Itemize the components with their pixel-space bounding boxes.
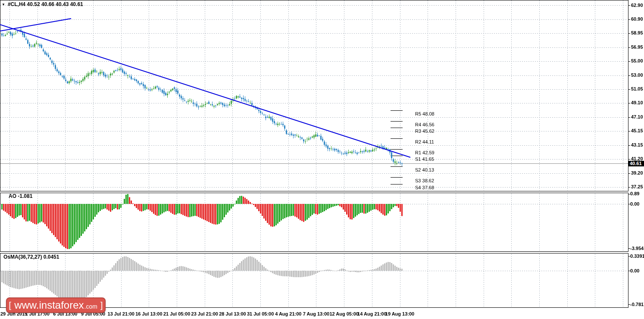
price-axis-label: 47.10 (631, 114, 643, 119)
price-axis-label: 56.95 (631, 44, 643, 50)
time-axis-label: 7 Aug 13:00 (303, 311, 329, 316)
sr-level-label: R3 45.62 (415, 128, 435, 134)
price-axis-label: 49.10 (631, 100, 643, 105)
time-axis-label: 12 Aug 05:00 (329, 311, 358, 316)
logo-bracket-right: ] (100, 300, 103, 310)
ao-axis-label: 0.89 (630, 191, 639, 196)
logo-tld-text: .com (84, 303, 97, 310)
sr-level-label: R2 44.11 (415, 139, 434, 144)
sr-level-label: S3 38.62 (415, 178, 434, 183)
price-axis-label: 60.90 (631, 16, 643, 22)
price-axis-label: 51.05 (631, 86, 643, 91)
price-axis-label: 43.15 (631, 142, 643, 147)
current-price-tag: 40.61 (628, 161, 644, 166)
time-axis-label: 28 Jul 13:00 (219, 311, 246, 316)
time-axis-label: 14 Aug 21:00 (357, 311, 386, 316)
chart-title-symbol: #CL,H4 (8, 1, 25, 7)
osma-axis-label: 0.3391 (630, 253, 644, 259)
sr-level-label: S1 41.65 (415, 156, 434, 162)
time-axis-label: 19 Aug 13:00 (385, 311, 414, 316)
logo-domain-text: www.instaforex (14, 299, 84, 311)
time-axis-label: 16 Jul 13:00 (135, 311, 162, 316)
instaforex-logo-watermark: [ www.instaforex .com ] (6, 297, 106, 313)
logo-bracket-left: [ (9, 300, 11, 310)
sr-level-label: S2 40.13 (415, 167, 434, 172)
osma-indicator-label: OsMA(36,72,27) 0.0451 (3, 254, 59, 260)
osma-axis-label: 0.00 (630, 268, 639, 273)
chart-menu-arrow-icon[interactable]: ▼ (2, 3, 5, 6)
ao-indicator-label: AO -1.081 (9, 193, 32, 199)
price-axis-label: 39.20 (631, 170, 643, 175)
price-axis-label: 45.15 (631, 128, 643, 133)
price-axis-label: 62.90 (631, 3, 643, 8)
time-axis-label: 4 Aug 21:00 (275, 311, 301, 316)
trading-chart-window: ▼#CL,H4 40.52 40.66 40.43 40.61 AO -1.08… (0, 0, 644, 319)
ao-axis-label: 0.00 (630, 201, 639, 206)
time-axis-label: 23 Jul 21:00 (191, 311, 218, 316)
price-axis-label: 53.00 (631, 72, 643, 78)
time-axis-label: 13 Jul 21:00 (108, 311, 134, 316)
sr-level-label: S4 37.68 (415, 185, 434, 190)
price-axis-label: 55.00 (631, 58, 643, 63)
chart-title-ohlc: 40.52 40.66 40.43 40.61 (27, 1, 83, 7)
sr-level-label: R4 46.56 (415, 122, 435, 127)
osma-axis-label: -0.7817 (630, 302, 644, 307)
sr-level-label: R5 48.08 (415, 111, 435, 116)
ao-axis-label: -3.954 (630, 246, 644, 251)
sr-level-label: R1 42.59 (415, 150, 435, 155)
time-axis-label: 31 Jul 05:00 (247, 311, 274, 316)
price-axis-label: 37.25 (631, 184, 643, 189)
chart-title: ▼#CL,H4 40.52 40.66 40.43 40.61 (2, 1, 83, 7)
time-axis-label: 21 Jul 05:00 (163, 311, 190, 316)
chart-canvas[interactable] (0, 0, 644, 319)
price-axis-label: 58.95 (631, 30, 643, 35)
